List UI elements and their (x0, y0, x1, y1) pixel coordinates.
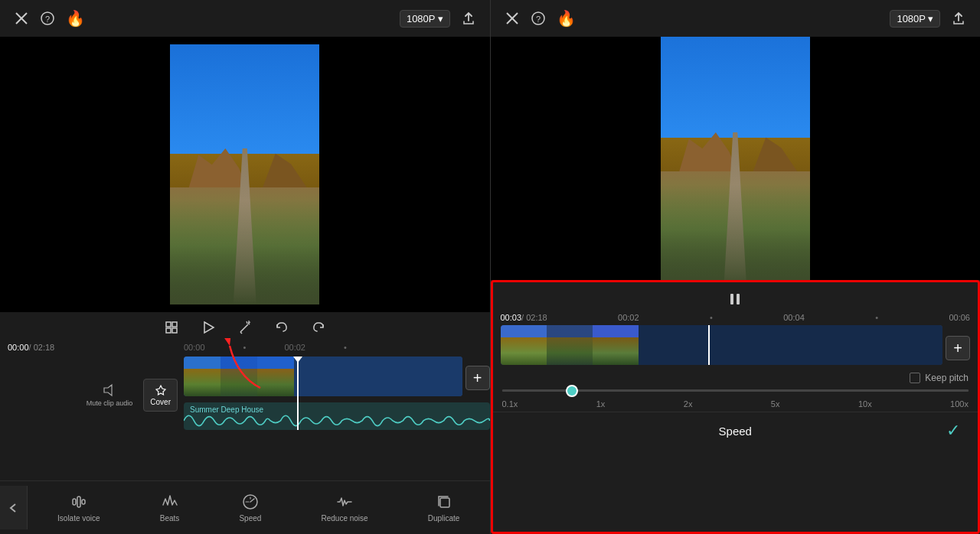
right-time-mark-2: 00:04 (783, 313, 805, 322)
left-header: ? 🔥 1080P ▾ (0, 0, 490, 37)
tool-speed[interactable]: Speed (233, 490, 267, 526)
mute-clip-audio-button[interactable]: Mute clip audio (87, 383, 133, 407)
left-time-marks: 00:00 • 00:02 • (184, 343, 347, 352)
right-sky-area (661, 37, 810, 138)
mute-label: Mute clip audio (87, 399, 133, 407)
speed-value-4: 10x (858, 399, 872, 409)
left-header-left: ? 🔥 (14, 9, 85, 28)
audio-track-label: Summer Deep House (190, 405, 263, 414)
right-timeline: 00:03/ 02:18 00:02 • 00:04 • 00:06 (493, 311, 978, 371)
timeline-wrapper: + Summer Deep House (184, 357, 490, 430)
left-timeline-area: 00:00/ 02:18 00:00 • 00:02 • Mute clip a… (0, 340, 490, 439)
speed-label-row: Speed ✓ (493, 412, 978, 446)
tool-duplicate-label: Duplicate (428, 514, 460, 523)
right-vt-thumb-1 (501, 325, 547, 365)
right-close-button[interactable] (505, 11, 520, 26)
confirm-speed-button[interactable]: ✓ (941, 418, 965, 443)
speed-slider-container (493, 389, 978, 392)
svg-rect-21 (737, 294, 740, 304)
right-time-mark-0: 00:02 (618, 313, 639, 322)
svg-marker-8 (204, 322, 214, 333)
right-vt-thumb-2 (547, 325, 593, 365)
current-time: 00:00 (8, 343, 29, 352)
speed-ticks: 0.1x 1x 2x 5x 10x 100x (493, 396, 978, 409)
right-help-button[interactable]: ? (531, 11, 546, 26)
right-total-time: / 02:18 (521, 313, 547, 322)
magic-button[interactable] (237, 320, 253, 335)
redo-button[interactable] (311, 320, 326, 335)
right-time-ruler: 00:03/ 02:18 00:02 • 00:04 • 00:06 (501, 311, 971, 325)
svg-rect-15 (440, 498, 449, 507)
help-button[interactable]: ? (40, 11, 55, 26)
undo-button[interactable] (274, 320, 289, 335)
left-track-content: + Summer Deep House (184, 357, 490, 433)
left-tool-items: Isolate voice Beats Speed (28, 490, 490, 526)
right-header-right: 1080P ▾ (890, 10, 966, 28)
tool-isolate-voice-label: Isolate voice (57, 514, 100, 523)
left-time-ruler: 00:00/ 02:18 00:00 • 00:02 • (0, 340, 490, 353)
keep-pitch-label: Keep pitch (925, 373, 969, 383)
left-controls-bar (0, 312, 490, 340)
speed-value-1: 1x (596, 399, 606, 409)
cover-button[interactable]: Cover (143, 379, 178, 412)
right-current-time: 00:03 (501, 313, 522, 322)
confirm-icon: ✓ (946, 421, 960, 441)
export-button[interactable] (461, 11, 476, 26)
left-bottom-toolbar: Isolate voice Beats Speed (0, 480, 490, 534)
time-mark-0: 00:00 (184, 343, 205, 352)
keep-pitch-row: Keep pitch (493, 371, 978, 389)
svg-rect-4 (166, 322, 171, 327)
resolution-caret-icon: ▾ (438, 13, 443, 24)
close-button[interactable] (14, 11, 29, 26)
expand-button[interactable] (164, 320, 179, 335)
speed-title: Speed (530, 425, 942, 438)
speed-value-2: 2x (684, 399, 693, 409)
vt-thumb-3 (257, 357, 294, 396)
vt-thumb-2 (220, 357, 257, 396)
tool-isolate-voice[interactable]: Isolate voice (51, 490, 106, 526)
tool-reduce-noise[interactable]: Reduce noise (315, 490, 374, 526)
tool-reduce-noise-label: Reduce noise (321, 514, 368, 523)
time-mark-dot-1: • (243, 343, 247, 352)
right-vt-rest (639, 325, 943, 365)
svg-rect-11 (73, 499, 76, 505)
speed-value-0: 0.1x (502, 399, 518, 409)
right-resolution-button[interactable]: 1080P ▾ (890, 10, 940, 28)
left-timeline-tracks: Mute clip audio Cover (0, 353, 490, 436)
svg-rect-5 (172, 322, 177, 327)
svg-rect-12 (77, 497, 80, 507)
left-video-thumbnail (170, 44, 319, 304)
right-pause-button[interactable] (727, 291, 743, 307)
left-time-display: 00:00/ 02:18 (8, 343, 54, 352)
tool-duplicate[interactable]: Duplicate (422, 490, 466, 526)
speed-thumb[interactable] (566, 385, 578, 397)
collapse-panel-button[interactable] (0, 486, 28, 529)
right-time-display: 00:03/ 02:18 (501, 313, 547, 322)
time-mark-2: 00:02 (284, 343, 305, 352)
total-time: / 02:18 (29, 343, 55, 352)
time-mark-dot-3: • (344, 343, 347, 352)
right-time-mark-4: 00:06 (949, 313, 970, 322)
right-add-clip-button[interactable]: + (946, 336, 970, 360)
resolution-button[interactable]: 1080P ▾ (400, 10, 450, 28)
svg-text:?: ? (45, 15, 50, 24)
right-export-button[interactable] (951, 11, 966, 26)
svg-rect-20 (730, 294, 733, 304)
left-video-preview (0, 37, 490, 312)
speed-value-3: 5x (771, 399, 780, 409)
speed-track (502, 389, 969, 392)
keep-pitch-checkbox[interactable] (910, 373, 920, 383)
play-button[interactable] (201, 320, 216, 335)
right-time-dot-3: • (875, 313, 878, 322)
left-playhead (297, 357, 299, 430)
right-panel: ? 🔥 1080P ▾ (491, 0, 981, 534)
cover-label: Cover (150, 398, 171, 406)
right-vt-thumb-3 (593, 325, 639, 365)
svg-rect-7 (172, 328, 177, 333)
right-header-left: ? 🔥 (505, 9, 576, 28)
add-clip-button[interactable]: + (466, 366, 490, 390)
right-track-row: + (501, 325, 971, 371)
vt-thumb-1 (184, 357, 220, 396)
video-track-thumbnails (184, 357, 462, 396)
tool-beats[interactable]: Beats (154, 490, 186, 526)
